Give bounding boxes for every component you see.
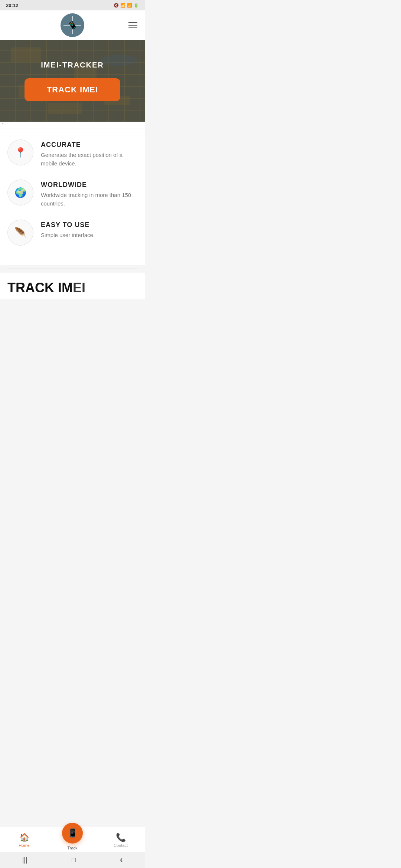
worldwide-icon-wrap: 🌍	[7, 180, 33, 206]
menu-line-2	[128, 25, 137, 26]
status-icons: 🔇 📶 📶 🔋	[114, 3, 139, 8]
header: 📱	[0, 10, 145, 40]
easy-title: EASY TO USE	[41, 221, 137, 229]
track-imei-hero-button[interactable]: TRACK IMEI	[25, 78, 120, 101]
wifi-icon: 📶	[120, 3, 125, 8]
hero-section: IMEI-TRACKER TRACK IMEI	[0, 40, 145, 122]
easy-icon-wrap: 🪶	[7, 220, 33, 246]
signal-icon: 📶	[127, 3, 132, 8]
feather-icon: 🪶	[14, 227, 26, 239]
battery-icon: 🔋	[134, 3, 139, 8]
worldwide-title: WORLDWIDE	[41, 181, 137, 189]
feature-accurate: 📍 ACCURATE Generates the exact position …	[7, 139, 137, 168]
accurate-desc: Generates the exact position of a mobile…	[41, 151, 137, 168]
status-bar: 20:12 🔇 📶 📶 🔋	[0, 0, 145, 10]
features-section: 📍 ACCURATE Generates the exact position …	[0, 128, 145, 265]
easy-desc: Simple user interface.	[41, 231, 137, 240]
accurate-title: ACCURATE	[41, 141, 137, 149]
worldwide-text: WORLDWIDE Worldwide tracking in more tha…	[41, 180, 137, 208]
hero-title: IMEI-TRACKER	[41, 61, 104, 69]
feature-worldwide: 🌍 WORLDWIDE Worldwide tracking in more t…	[7, 180, 137, 208]
scroll-marker: "	[2, 123, 4, 127]
menu-line-1	[128, 22, 137, 23]
location-pin-icon: 📍	[14, 147, 26, 158]
accurate-text: ACCURATE Generates the exact position of…	[41, 139, 137, 168]
hamburger-menu-button[interactable]	[128, 22, 137, 28]
track-imei-section: TRACK IMEI	[0, 273, 145, 299]
app-logo: 📱	[61, 13, 84, 37]
mute-icon: 🔇	[114, 3, 119, 8]
feature-easy: 🪶 EASY TO USE Simple user interface.	[7, 220, 137, 246]
track-title-text: TRACK IM	[7, 280, 73, 295]
status-time: 20:12	[6, 3, 18, 8]
worldwide-desc: Worldwide tracking in more than 150 coun…	[41, 191, 137, 208]
track-section-title: TRACK IMEI	[7, 280, 137, 296]
accurate-icon-wrap: 📍	[7, 139, 33, 165]
section-divider	[7, 269, 137, 269]
track-title-clipped: EI	[73, 280, 85, 295]
easy-text: EASY TO USE Simple user interface.	[41, 220, 137, 240]
scroll-indicator: "	[0, 122, 145, 128]
menu-line-3	[128, 27, 137, 28]
globe-icon: 🌍	[14, 187, 26, 198]
